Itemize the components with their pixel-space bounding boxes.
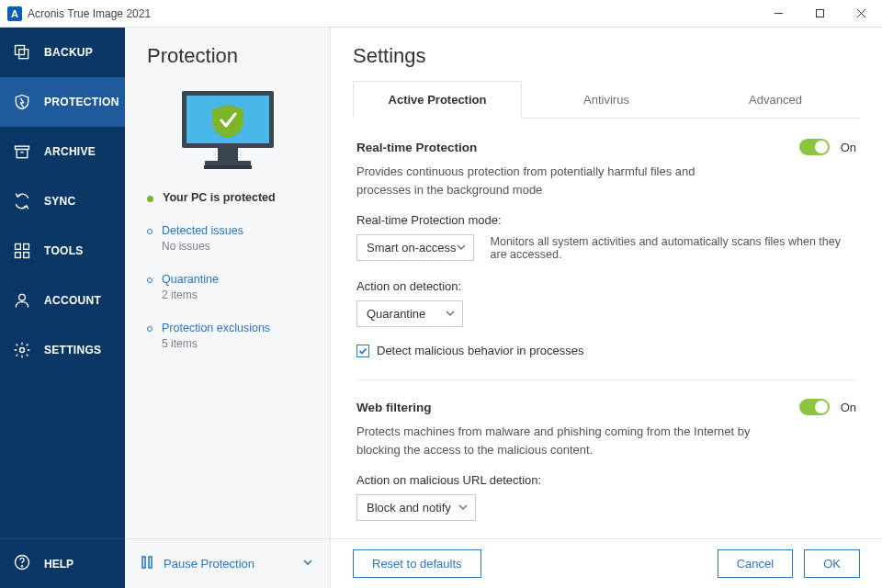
web-toggle-label: On (841, 401, 856, 414)
svg-point-13 (19, 294, 26, 300)
sidebar-item-label: SYNC (44, 195, 76, 208)
realtime-mode-select[interactable]: Smart on-access (356, 234, 474, 261)
svg-rect-10 (24, 244, 29, 250)
detect-behavior-label: Detect malicious behavior in processes (377, 344, 583, 357)
status-dot-outline (147, 277, 153, 283)
svg-rect-9 (16, 244, 21, 250)
status-dot-green (147, 196, 153, 202)
web-toggle[interactable] (799, 399, 830, 415)
reset-defaults-button[interactable]: Reset to defaults (353, 549, 481, 578)
sidebar-item-settings[interactable]: SETTINGS (0, 325, 125, 375)
window-controls (758, 0, 882, 28)
realtime-desc: Provides continuous protection from pote… (356, 163, 752, 198)
realtime-mode-hint: Monitors all system activities and autom… (491, 235, 856, 261)
close-button[interactable] (841, 0, 882, 28)
svg-point-14 (20, 348, 25, 353)
backup-icon (13, 43, 31, 62)
status-dot-outline (147, 229, 153, 234)
sidebar: BACKUP PROTECTION ARCHIVE SYNC (0, 28, 125, 588)
realtime-action-label: Action on detection: (356, 279, 856, 293)
svg-rect-22 (142, 557, 145, 568)
sidebar-item-label: ARCHIVE (44, 145, 96, 158)
svg-rect-21 (204, 165, 252, 169)
settings-footer: Reset to defaults Cancel OK (331, 538, 882, 588)
realtime-action-select[interactable]: Quarantine (356, 300, 463, 327)
sidebar-item-tools[interactable]: TOOLS (0, 226, 125, 276)
svg-rect-19 (218, 148, 238, 161)
sidebar-item-archive[interactable]: ARCHIVE (0, 127, 125, 176)
web-action-value: Block and notify (367, 501, 451, 514)
realtime-mode-value: Smart on-access (367, 241, 457, 254)
tab-active-protection[interactable]: Active Protection (353, 81, 522, 119)
pause-protection-label: Pause Protection (164, 557, 254, 571)
quarantine-title: Quarantine (162, 273, 219, 286)
shield-icon (13, 93, 31, 111)
settings-tabs: Active Protection Antivirus Advanced (353, 81, 860, 119)
chevron-down-icon (457, 241, 466, 254)
tab-advanced[interactable]: Advanced (691, 81, 860, 118)
quarantine-link[interactable]: Quarantine 2 items (147, 273, 313, 301)
detect-behavior-checkbox-row[interactable]: Detect malicious behavior in processes (356, 344, 856, 357)
minimize-button[interactable] (758, 0, 799, 28)
tab-antivirus[interactable]: Antivirus (522, 81, 691, 118)
protection-panel: Protection Your PC is protected Detected… (125, 28, 331, 588)
gear-icon (13, 341, 31, 359)
exclusions-link[interactable]: Protection exclusions 5 items (147, 322, 313, 350)
settings-panel: Settings Active Protection Antivirus Adv… (331, 28, 882, 588)
settings-title: Settings (331, 28, 882, 81)
chevron-down-icon (458, 501, 468, 514)
cancel-button[interactable]: Cancel (718, 549, 793, 578)
svg-rect-12 (24, 253, 29, 258)
sidebar-item-label: TOOLS (44, 244, 84, 257)
pause-protection-button[interactable]: Pause Protection (125, 538, 330, 588)
sidebar-item-sync[interactable]: SYNC (0, 176, 125, 226)
detected-issues-link[interactable]: Detected issues No issues (147, 224, 313, 253)
sidebar-item-label: HELP (44, 558, 74, 571)
quarantine-sub: 2 items (162, 288, 219, 301)
ok-button[interactable]: OK (804, 549, 860, 578)
protection-panel-title: Protection (125, 28, 330, 77)
exclusions-sub: 5 items (162, 337, 270, 350)
realtime-toggle[interactable] (799, 139, 830, 155)
checkbox-checked-icon (356, 345, 369, 357)
tools-icon (13, 242, 31, 260)
realtime-title: Real-time Protection (356, 141, 477, 154)
archive-icon (13, 142, 31, 161)
web-action-label: Action on malicious URL detection: (356, 473, 856, 487)
sidebar-item-label: PROTECTION (44, 96, 119, 108)
settings-content: Real-time Protection On Provides continu… (331, 119, 882, 538)
status-protected: Your PC is protected (147, 191, 313, 204)
sync-icon (13, 192, 31, 210)
maximize-button[interactable] (799, 0, 841, 28)
exclusions-title: Protection exclusions (162, 322, 270, 334)
account-icon (13, 291, 31, 310)
titlebar: A Acronis True Image 2021 (0, 0, 882, 28)
detected-issues-title: Detected issues (162, 224, 243, 237)
title-left: A Acronis True Image 2021 (7, 6, 151, 21)
sidebar-item-backup[interactable]: BACKUP (0, 28, 125, 77)
svg-rect-20 (205, 161, 251, 165)
help-icon (13, 553, 31, 574)
web-desc: Protects machines from malware and phish… (356, 423, 752, 458)
svg-rect-11 (16, 253, 21, 258)
svg-rect-23 (149, 557, 152, 568)
web-action-select[interactable]: Block and notify (356, 494, 476, 521)
svg-rect-1 (817, 10, 824, 17)
sidebar-item-label: SETTINGS (44, 344, 101, 356)
section-web-filtering: Web filtering On Protects machines from … (356, 399, 856, 538)
realtime-action-value: Quarantine (367, 307, 425, 321)
status-protected-label: Your PC is protected (163, 191, 276, 204)
svg-rect-7 (17, 150, 28, 158)
sidebar-item-protection[interactable]: PROTECTION (0, 77, 125, 127)
svg-rect-5 (19, 50, 28, 59)
svg-point-16 (22, 566, 23, 567)
realtime-mode-label: Real-time Protection mode: (356, 213, 856, 227)
sidebar-item-help[interactable]: HELP (0, 538, 125, 588)
sidebar-item-label: BACKUP (44, 46, 93, 59)
app-title: Acronis True Image 2021 (28, 7, 151, 20)
sidebar-item-account[interactable]: ACCOUNT (0, 276, 125, 325)
app-icon: A (7, 6, 22, 21)
chevron-down-icon (446, 307, 455, 321)
chevron-down-icon (302, 557, 313, 571)
realtime-toggle-label: On (841, 141, 856, 154)
